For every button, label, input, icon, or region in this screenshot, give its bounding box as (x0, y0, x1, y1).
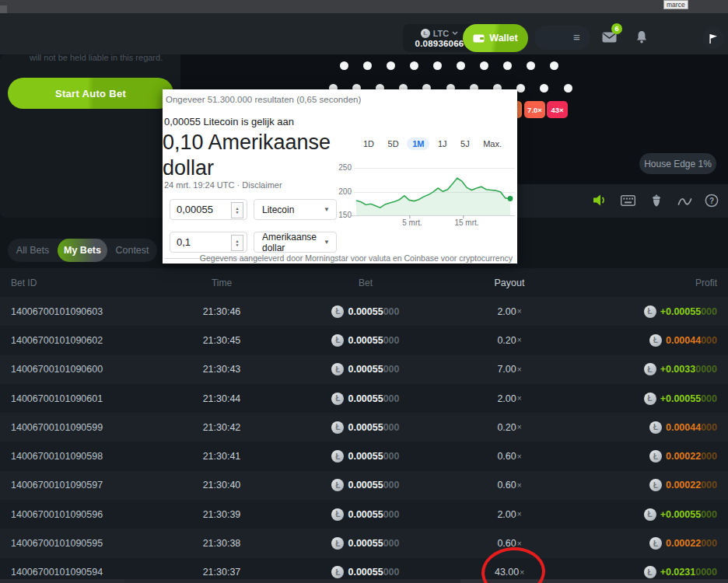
bet-payout: 2.00× (455, 297, 564, 326)
stepper-control[interactable]: ▲▼ (231, 235, 243, 251)
help-button[interactable]: ? (705, 194, 719, 211)
amount-to-value: 0,1 (177, 236, 191, 248)
conversion-timestamp: 24 mrt. 19:24 UTC · Disclaimer (164, 180, 282, 190)
table-row[interactable]: 14006700101090600 21:30:43 Ł0.00055000 7… (0, 355, 728, 384)
browser-titlebar (0, 0, 728, 13)
help-icon: ? (705, 194, 719, 208)
bet-time: 21:30:41 (183, 442, 261, 470)
live-stats-button[interactable] (677, 196, 692, 210)
ltc-coin-icon: Ł (331, 537, 344, 550)
search-results-stat: Ongeveer 51.300.000 resultaten (0,65 sec… (166, 95, 361, 104)
conversion-source-line: 0,00055 Litecoin is gelijk aan (164, 116, 294, 127)
bet-amount-main: 0.00055 (348, 538, 383, 549)
multiplier-badge[interactable]: 7.0× (524, 101, 545, 118)
disclaimer-link[interactable]: Disclaimer (242, 180, 282, 190)
timestamp-text: 24 mrt. 19:24 UTC · (164, 180, 242, 190)
fairness-seed-button[interactable] (650, 194, 663, 211)
table-row[interactable]: 14006700101090601 21:30:44 Ł0.00055000 2… (0, 384, 728, 413)
chart-range-5j[interactable]: 5J (455, 138, 475, 150)
select-caret-icon: ▼ (324, 206, 330, 213)
chart-range-1d[interactable]: 1D (358, 138, 380, 150)
bet-amount-main: 0.00055 (348, 451, 383, 462)
start-auto-bet-button[interactable]: Start Auto Bet (8, 78, 173, 109)
ltc-coin-icon: Ł (644, 393, 656, 405)
profit-trailing: 000 (701, 422, 717, 433)
ltc-coin-icon: Ł (649, 450, 662, 463)
browser-profile-label[interactable]: marce (663, 0, 688, 9)
table-row[interactable]: 14006700101090598 21:30:41 Ł0.00055000 0… (0, 442, 728, 470)
bet-amount-main: 0.00055 (348, 509, 383, 520)
plinko-peg (503, 61, 512, 70)
table-row[interactable]: 14006700101090603 21:30:46 Ł0.00055000 2… (0, 297, 728, 326)
bets-table: Bet IDTimeBetPayoutProfit 14006700101090… (0, 268, 728, 583)
profit-main: +0.00055 (660, 306, 701, 317)
chart-range-5d[interactable]: 5D (383, 138, 404, 150)
table-row[interactable]: 14006700101090597 21:30:40 Ł0.00055000 0… (0, 471, 728, 500)
chart-range-1m[interactable]: 1M (407, 138, 429, 150)
multiplier-badge[interactable]: 43× (547, 101, 568, 118)
payout-multiplier-symbol: × (517, 481, 522, 490)
bet-id: 14006700101090600 (11, 355, 103, 384)
bet-profit: Ł0.00044000 (649, 326, 717, 354)
plinko-peg (527, 61, 535, 70)
ltc-coin-icon: Ł (331, 305, 344, 318)
bet-profit: Ł+0.00055000 (644, 500, 717, 529)
payout-value: 2.00 (497, 393, 516, 404)
payout-multiplier-symbol: × (517, 423, 522, 431)
payout-value: 7.00 (497, 364, 516, 375)
currency-from-select[interactable]: Litecoin ▼ (254, 199, 337, 220)
wallet-button[interactable]: Wallet (463, 24, 528, 52)
bet-amount-main: 0.00055 (348, 422, 383, 433)
tab-contest[interactable]: Contest (107, 239, 157, 262)
profit-main: +0.0231 (660, 567, 696, 578)
ltc-coin-icon: Ł (644, 363, 656, 375)
profit-main: 0.00022 (666, 538, 701, 549)
amount-from-input[interactable]: 0,00055 ▲▼ (170, 199, 247, 220)
y-tick-150: 150 (334, 211, 352, 219)
payout-multiplier-symbol: × (517, 365, 522, 374)
stepper-control[interactable]: ▲▼ (231, 202, 243, 218)
volume-icon (593, 194, 607, 207)
tab-all-bets[interactable]: All Bets (8, 239, 58, 262)
bet-amount: Ł0.00055000 (311, 297, 420, 326)
notifications-button[interactable] (635, 30, 648, 47)
column-header-bet-id: Bet ID (11, 268, 37, 297)
menu-icon[interactable]: ≡ (573, 30, 580, 45)
table-row[interactable]: 14006700101090595 21:30:38 Ł0.00055000 0… (0, 529, 728, 557)
bet-payout: 0.60× (455, 471, 564, 500)
bet-id: 14006700101090599 (11, 413, 103, 442)
ltc-coin-icon: Ł (644, 508, 656, 521)
bell-icon (635, 30, 648, 44)
table-row[interactable]: 14006700101090599 21:30:42 Ł0.00055000 0… (0, 413, 728, 442)
table-row[interactable]: 14006700101090602 21:30:45 Ł0.00055000 0… (0, 326, 728, 354)
avatar[interactable] (537, 27, 558, 48)
terms-text: will not be held liable in this regard. (30, 53, 163, 62)
table-row[interactable]: 14006700101090596 21:30:39 Ł0.00055000 2… (0, 500, 728, 529)
tab-my-bets[interactable]: My Bets (58, 239, 107, 262)
wallet-icon (473, 33, 485, 43)
bet-amount-main: 0.00055 (348, 306, 383, 317)
bet-amount: Ł0.00055000 (311, 413, 420, 442)
chart-range-max[interactable]: Max. (478, 138, 507, 150)
svg-text:?: ? (709, 197, 714, 205)
payout-multiplier-symbol: × (517, 394, 522, 403)
ltc-coin-icon: Ł (331, 566, 344, 578)
bet-payout: 0.60× (455, 442, 564, 470)
bet-amount-trailing: 000 (383, 567, 400, 578)
hotkeys-button[interactable] (621, 195, 635, 209)
payout-value: 0.20 (497, 335, 516, 346)
browser-action-button[interactable] (702, 27, 724, 49)
ltc-coin-icon: Ł (644, 305, 656, 318)
sound-button[interactable] (593, 194, 607, 210)
payout-multiplier-symbol: × (517, 336, 522, 344)
bet-profit: Ł0.00022000 (649, 529, 717, 557)
profit-main: 0.00044 (666, 335, 701, 346)
profit-main: +0.0033 (660, 364, 696, 375)
balance-value: 0.08936066 (415, 39, 464, 48)
chart-range-1j[interactable]: 1J (432, 138, 453, 150)
keyboard-icon (621, 195, 635, 206)
amount-to-input[interactable]: 0,1 ▲▼ (170, 232, 247, 253)
currency-to-select[interactable]: Amerikaanse dollar ▼ (254, 232, 337, 253)
plinko-peg (480, 61, 488, 70)
ltc-coin-icon: Ł (649, 334, 662, 347)
